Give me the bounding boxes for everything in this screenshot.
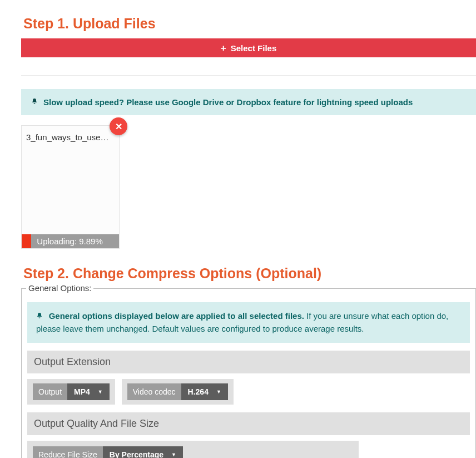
plus-icon: +: [221, 43, 226, 53]
step1-heading: Step 1. Upload Files: [23, 16, 476, 32]
general-options-fieldset: General Options: General options display…: [21, 288, 476, 458]
output-format-group: Output MP4 ▼: [27, 379, 115, 405]
output-extension-controls: Output MP4 ▼ Video codec H.264 ▼: [27, 379, 470, 405]
video-codec-group: Video codec H.264 ▼: [122, 379, 234, 405]
reduce-file-size-panel: Reduce File Size By Percentage ▼: [27, 441, 359, 458]
upload-hint-banner: Slow upload speed? Please use Google Dri…: [21, 89, 476, 115]
output-format-value: MP4: [74, 387, 90, 396]
output-label: Output: [33, 383, 67, 400]
upload-progress-label: Uploading: 9.89%: [31, 234, 119, 248]
upload-progress-bar: [22, 234, 31, 248]
upload-hint-text: Slow upload speed? Please use Google Dri…: [43, 97, 413, 107]
chevron-down-icon: ▼: [216, 389, 221, 395]
divider: [21, 75, 476, 76]
video-codec-select[interactable]: H.264 ▼: [181, 383, 228, 400]
remove-file-button[interactable]: ✕: [110, 117, 127, 135]
video-codec-value: H.264: [188, 387, 209, 396]
upload-filename: 3_fun_ways_to_use…: [22, 126, 119, 142]
step2-heading: Step 2. Change Compress Options (Optiona…: [23, 265, 476, 282]
output-format-select[interactable]: MP4 ▼: [67, 383, 110, 400]
fieldset-legend: General Options:: [26, 283, 93, 293]
select-files-label: Select Files: [231, 43, 277, 53]
output-quality-header: Output Quality And File Size: [27, 412, 470, 435]
upload-progress: Uploading: 9.89%: [22, 234, 119, 248]
info-strong-text: General options displayed below are appl…: [49, 311, 304, 321]
video-codec-label: Video codec: [127, 383, 181, 400]
upload-card: ✕ 3_fun_ways_to_use… Uploading: 9.89%: [21, 125, 120, 249]
chevron-down-icon: ▼: [98, 389, 103, 395]
reduce-file-size-select[interactable]: By Percentage ▼: [103, 446, 183, 458]
reduce-file-size-value: By Percentage: [110, 450, 163, 458]
bell-icon: [36, 312, 45, 321]
general-options-info: General options displayed below are appl…: [27, 302, 470, 343]
chevron-down-icon: ▼: [171, 452, 176, 457]
select-files-button[interactable]: + Select Files: [21, 38, 476, 57]
output-extension-header: Output Extension: [27, 351, 470, 373]
reduce-file-size-label: Reduce File Size: [33, 446, 103, 458]
bell-icon: [31, 98, 38, 106]
close-icon: ✕: [115, 121, 122, 132]
